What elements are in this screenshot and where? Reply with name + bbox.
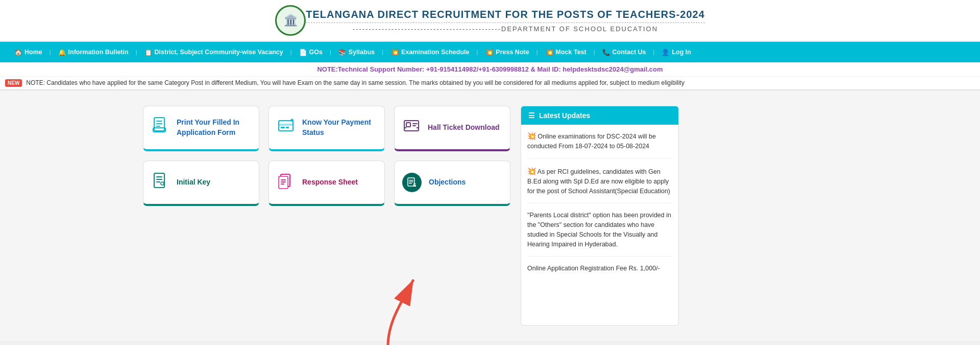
hall-ticket-icon <box>402 117 421 139</box>
svg-rect-21 <box>281 179 286 180</box>
svg-rect-26 <box>409 181 413 182</box>
page-title: TELANGANA DIRECT RECRUITMENT FOR THE POS… <box>306 9 705 20</box>
svg-rect-22 <box>281 181 286 182</box>
card-payment-status[interactable]: Know Your Payment Status <box>268 106 385 151</box>
svg-rect-3 <box>156 126 160 127</box>
update-item-1: 💥 Online examinations for DSC-2024 will … <box>527 131 672 159</box>
svg-rect-8 <box>281 127 285 128</box>
card-print-application[interactable]: Print Your Filled In Application Form <box>143 106 259 151</box>
svg-rect-2 <box>156 123 162 124</box>
nav-login[interactable]: 👤 Log In <box>657 47 695 58</box>
header-text-block: TELANGANA DIRECT RECRUITMENT FOR THE POS… <box>306 9 705 33</box>
update-item-3: "Parents Local district" option has been… <box>527 211 672 257</box>
card-response-sheet[interactable]: Response Sheet <box>268 160 385 206</box>
nav-home[interactable]: 🏠 Home <box>10 47 46 58</box>
objections-icon <box>402 173 422 192</box>
main-navbar: 🏠 Home | 🔔 Information Bulletin | 📋 Dist… <box>0 42 980 62</box>
update-item-2: 💥 As per RCI guidelines, candidates with… <box>527 166 672 204</box>
svg-rect-1 <box>156 121 162 122</box>
nav-info-bulletin[interactable]: 🔔 Information Bulletin <box>54 47 133 58</box>
updates-body[interactable]: 💥 Online examinations for DSC-2024 will … <box>521 125 678 294</box>
print-application-label: Print Your Filled In Application Form <box>177 118 251 137</box>
svg-point-5 <box>164 129 165 131</box>
svg-rect-27 <box>409 183 412 184</box>
update-fire-icon-1: 💥 <box>527 132 536 140</box>
svg-rect-17 <box>156 181 160 182</box>
print-application-icon <box>151 117 169 139</box>
nav-syllabus[interactable]: 📚 Syllabus <box>334 47 379 58</box>
payment-status-label: Know Your Payment Status <box>302 118 377 137</box>
updates-panel: ☰ Latest Updates 💥 Online examinations f… <box>521 106 679 326</box>
nav-mock-test[interactable]: 💥 Mock Test <box>541 46 591 58</box>
svg-rect-15 <box>156 176 162 177</box>
svg-rect-16 <box>156 179 162 180</box>
nav-press-note[interactable]: 💥 Press Note <box>481 46 533 58</box>
marquee-bar: NEW NOTE: Candidates who have applied fo… <box>0 77 980 90</box>
page-subtitle: ----------------------------------------… <box>306 22 705 33</box>
svg-rect-12 <box>412 123 418 124</box>
svg-rect-14 <box>154 173 164 188</box>
nav-contact-us[interactable]: 📞 Contact Us <box>598 47 650 58</box>
svg-rect-13 <box>412 125 416 126</box>
updates-header-icon: ☰ <box>528 111 535 120</box>
nav-exam-schedule[interactable]: 💥 Examination Schedule <box>386 46 473 58</box>
marquee-text: NOTE: Candidates who have applied for th… <box>26 79 975 86</box>
payment-status-icon <box>277 117 295 139</box>
notice-text: NOTE:Technical Support Number: +91-91541… <box>317 65 663 73</box>
card-hall-ticket[interactable]: Hall Ticket Download <box>394 106 510 151</box>
response-sheet-icon <box>277 171 295 194</box>
svg-rect-11 <box>406 123 410 127</box>
notice-bar: NOTE:Technical Support Number: +91-91541… <box>0 62 980 77</box>
response-sheet-label: Response Sheet <box>302 177 358 188</box>
svg-rect-25 <box>409 180 413 181</box>
card-objections[interactable]: Objections <box>394 160 510 206</box>
main-content: Print Your Filled In Application Form Kn… <box>0 90 980 341</box>
svg-point-18 <box>161 182 164 185</box>
initial-key-icon <box>151 171 169 194</box>
nav-vacancy[interactable]: 📋 District, Subject Community-wise Vacan… <box>140 47 287 58</box>
site-logo: 🏛️ <box>275 5 306 36</box>
svg-rect-7 <box>279 124 293 126</box>
updates-header-title: Latest Updates <box>539 111 590 120</box>
cards-grid: Print Your Filled In Application Form Kn… <box>143 106 510 326</box>
update-item-4: Online Application Registration Fee Rs. … <box>527 264 672 281</box>
card-initial-key[interactable]: Initial Key <box>143 160 259 206</box>
hall-ticket-label: Hall Ticket Download <box>428 123 500 133</box>
page-header: 🏛️ TELANGANA DIRECT RECRUITMENT FOR THE … <box>0 0 980 42</box>
new-badge: NEW <box>5 79 22 87</box>
initial-key-label: Initial Key <box>177 177 210 188</box>
objections-label: Objections <box>429 177 465 188</box>
update-fire-icon-2: 💥 <box>527 167 536 175</box>
nav-gos[interactable]: 📄 GOs <box>295 47 327 58</box>
svg-rect-23 <box>281 183 284 185</box>
svg-rect-9 <box>286 127 289 128</box>
updates-header: ☰ Latest Updates <box>521 106 678 125</box>
